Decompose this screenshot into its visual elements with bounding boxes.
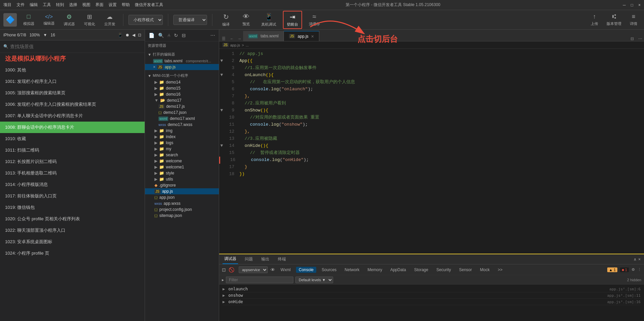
clear-cache-button[interactable]: ≈ 清缓存	[305, 11, 323, 28]
menu-view[interactable]: 视图	[82, 2, 90, 8]
refresh-tree-icon[interactable]: ↻	[173, 32, 179, 39]
details-button[interactable]: ≡ 详情	[626, 12, 641, 28]
tree-item-demo14[interactable]: ▶ 📁 demo14	[145, 79, 219, 85]
tree-item-search[interactable]: ▶ 📁 search	[145, 152, 219, 158]
tree-item-my[interactable]: ▶ 📁 my	[145, 146, 219, 152]
context-select[interactable]: appservice	[239, 266, 268, 273]
scene-item-1001[interactable]: 1001: 发现栏小程序主入口	[0, 76, 145, 87]
maximize-button[interactable]: □	[631, 3, 633, 7]
tree-item-style[interactable]: ▶ 📁 style	[145, 170, 219, 176]
open-file-app-js[interactable]: × JS app.js	[145, 64, 219, 70]
menu-bar[interactable]: 项目 文件 编辑 工具 转到 选择 视图 界面 设置 帮助 微信开发者工具	[3, 2, 163, 8]
log-arrow-1[interactable]: ▶	[223, 287, 225, 291]
filter-icon[interactable]: ▸	[222, 278, 224, 282]
console-tab-security[interactable]: Security	[434, 267, 453, 273]
menu-edit[interactable]: 编辑	[30, 2, 38, 8]
close-button[interactable]: ×	[638, 3, 641, 7]
scene-item-1007[interactable]: 1007: 单人聊天会话中的小程序消息卡片	[0, 110, 145, 122]
new-file-icon[interactable]: 📄	[148, 32, 155, 39]
visualize-button[interactable]: ⊞ 可视化	[81, 12, 98, 28]
log-source-1[interactable]: app.js².[sm]:6	[609, 287, 641, 291]
log-arrow-2[interactable]: ▶	[223, 293, 225, 298]
console-tab-sources[interactable]: Sources	[319, 267, 339, 273]
log-arrow-3[interactable]: ▶	[223, 299, 225, 304]
simulator-button[interactable]: □ 模拟器	[20, 12, 37, 28]
tree-item-demo15[interactable]: ▶ 📁 demo15	[145, 85, 219, 91]
console-tab-more[interactable]: >>	[495, 267, 505, 273]
close-open-file-icon[interactable]: ×	[153, 65, 155, 69]
more-options-icon[interactable]: ⋯	[209, 32, 216, 39]
console-tab-appdata[interactable]: AppData	[387, 267, 409, 273]
compile-select[interactable]: 普通编译	[173, 15, 207, 25]
tree-item-demo16[interactable]: ▶ 📁 demo16	[145, 91, 219, 97]
collapse-tree-icon[interactable]: ⊟	[181, 32, 187, 39]
tree-item-gitignore[interactable]: ◆ .gitignore	[145, 182, 219, 188]
menu-tools[interactable]: 工具	[43, 2, 51, 8]
tab-app-js[interactable]: JS app.js ×	[284, 31, 319, 41]
nav-back-icon[interactable]: ←	[228, 36, 236, 41]
no-entry-icon[interactable]: 🚫	[229, 267, 234, 272]
tree-item-sitemap[interactable]: {.} sitemap.json	[145, 213, 219, 219]
tree-item-demo17-wxml[interactable]: wxml demo17.wxml	[145, 116, 219, 122]
preview-button[interactable]: 👁 预览	[238, 11, 255, 28]
console-tab-network[interactable]: Network	[342, 267, 362, 273]
menu-help[interactable]: 帮助	[122, 2, 130, 8]
scene-item-1014[interactable]: 1014: 小程序模版消息	[0, 179, 145, 190]
close-bottom-icon[interactable]: ×	[638, 257, 641, 262]
code-editor[interactable]: 1 // app.js ▼ 2 App({ 3 //1.应用第一次启动的就会触发…	[219, 49, 644, 254]
search-files-icon[interactable]: 🔍	[157, 32, 165, 39]
tree-item-logs[interactable]: ▶ 📁 logs	[145, 140, 219, 146]
tab-menu-icon[interactable]: ☰	[219, 36, 228, 41]
scene-item-1012[interactable]: 1012: 长按图片识别二维码	[0, 156, 145, 167]
menu-settings[interactable]: 设置	[109, 2, 117, 8]
tab-issues[interactable]: 问题	[243, 254, 255, 264]
scene-item-1022[interactable]: 1022: 聊天顶部置顶小程序入口	[0, 225, 145, 236]
open-file-tabs-wxml[interactable]: wxml tabs.wxml components\t...	[145, 58, 219, 64]
console-tab-storage[interactable]: Storage	[411, 267, 431, 273]
scene-item-1010[interactable]: 1010: 收藏	[0, 133, 145, 145]
menu-select[interactable]: 选择	[69, 2, 77, 8]
window-controls[interactable]: ─ □ ×	[623, 3, 641, 7]
debugger-button[interactable]: ⚙ 调试器	[61, 12, 78, 28]
split-editor-icon[interactable]: ⊟	[628, 36, 637, 41]
minimize-button[interactable]: ─	[623, 3, 626, 7]
tree-item-welcome[interactable]: ▶ 📁 welcome	[145, 158, 219, 164]
menu-project[interactable]: 项目	[3, 2, 11, 8]
cloud-button[interactable]: ☁ 云开发	[101, 12, 118, 28]
editor-button[interactable]: </> 编辑器	[40, 12, 57, 27]
scene-search-input[interactable]	[10, 44, 141, 49]
scene-item-1011[interactable]: 1011: 扫描二维码	[0, 145, 145, 156]
upload-button[interactable]: ↑ 上传	[587, 12, 602, 28]
log-level-select[interactable]: Default levels ▼	[295, 277, 333, 283]
console-tab-memory[interactable]: Memory	[365, 267, 385, 273]
cut-front-button[interactable]: ⇥ 切前台	[283, 11, 302, 29]
scene-item-1000[interactable]: 1000: 其他	[0, 64, 145, 76]
menu-file[interactable]: 文件	[17, 2, 25, 8]
tree-item-project-config[interactable]: {.} project.config.json	[145, 206, 219, 213]
tree-item-app-js[interactable]: JS app.js	[145, 188, 219, 194]
tab-output[interactable]: 输出	[260, 254, 271, 264]
tree-item-utils[interactable]: ▶ 📁 utils	[145, 176, 219, 182]
scene-item-1006[interactable]: 1006: 发现栏小程序主入口搜索框的搜索结果页	[0, 99, 145, 110]
console-tab-wxml[interactable]: Wxml	[278, 267, 293, 273]
tree-item-index[interactable]: ▶ 📁 index	[145, 134, 219, 140]
source-control-icon[interactable]: ⑃	[167, 32, 171, 39]
console-filter-input[interactable]	[226, 277, 293, 283]
tree-item-demo17-wxss[interactable]: wxss demo17.wxss	[145, 122, 219, 128]
scene-item-1020[interactable]: 1020: 公众号 profile 页相关小程序列表	[0, 213, 145, 225]
scene-item-1019[interactable]: 1019: 微信钱包	[0, 202, 145, 213]
tab-debugger[interactable]: 调试器	[223, 254, 238, 264]
menu-wechat-devtool[interactable]: 微信开发者工具	[135, 2, 163, 8]
nav-forward-icon[interactable]: →	[236, 36, 243, 41]
more-tabs-icon[interactable]: ⋯	[637, 36, 644, 41]
compile-button[interactable]: ↻ 编译	[217, 11, 234, 28]
log-source-3[interactable]: app.js².[sm]:16	[607, 300, 641, 304]
version-manage-button[interactable]: ⑆ 版本管理	[603, 12, 625, 28]
tree-item-welcome1[interactable]: ▶ 📁 welcome1	[145, 164, 219, 170]
tree-item-demo17-json[interactable]: {.} demo17.json	[145, 109, 219, 116]
scene-search-bar[interactable]: 🔍	[0, 40, 145, 53]
tab-terminal[interactable]: 终端	[276, 254, 288, 264]
scene-item-1024[interactable]: 1024: 小程序 profile 页	[0, 248, 145, 259]
collapse-bottom-icon[interactable]: ∧	[634, 257, 637, 262]
eye-context-icon[interactable]: 👁	[270, 267, 275, 272]
